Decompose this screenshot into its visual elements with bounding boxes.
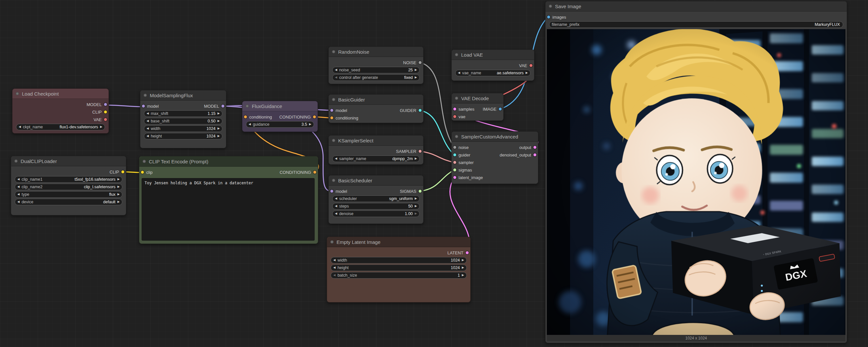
SIGMAS-output-port[interactable]: [418, 190, 422, 193]
collapse-dot-icon[interactable]: [455, 53, 458, 56]
widget-height[interactable]: ◀height1024▶: [331, 264, 467, 271]
model-input-port[interactable]: [330, 109, 333, 112]
GUIDER-output-port[interactable]: [418, 109, 422, 112]
collapse-dot-icon[interactable]: [455, 135, 458, 138]
widget-width[interactable]: ◀width1024▶: [144, 125, 222, 132]
node-sampler-custom-advanced[interactable]: SamplerCustomAdvancednoiseoutputguiderde…: [451, 131, 538, 184]
decrement-arrow-icon[interactable]: ◀: [17, 200, 20, 203]
node-title-bar[interactable]: Empty Latent Image: [327, 237, 470, 247]
increment-arrow-icon[interactable]: ▶: [462, 259, 464, 262]
model-input-port[interactable]: [330, 190, 333, 193]
output-output-port[interactable]: [533, 146, 536, 149]
samples-input-port[interactable]: [453, 107, 456, 110]
IMAGE-output-port[interactable]: [499, 107, 502, 110]
guider-input-port[interactable]: [453, 153, 456, 156]
decrement-arrow-icon[interactable]: ◀: [249, 123, 251, 126]
widget-device[interactable]: ◀devicedefault▶: [15, 199, 122, 205]
widget-steps[interactable]: ◀steps50▶: [332, 203, 420, 209]
node-basic-guider[interactable]: BasicGuidermodelGUIDERconditioning: [328, 94, 424, 123]
decrement-arrow-icon[interactable]: ◀: [458, 71, 460, 74]
collapse-dot-icon[interactable]: [330, 240, 334, 243]
link-noise[interactable]: [420, 62, 454, 147]
node-title-bar[interactable]: Save Image: [546, 1, 847, 11]
sampler-input-port[interactable]: [453, 161, 456, 164]
increment-arrow-icon[interactable]: ▶: [415, 205, 417, 207]
decrement-arrow-icon[interactable]: ◀: [147, 112, 149, 115]
collapse-dot-icon[interactable]: [144, 94, 147, 97]
NOISE-output-port[interactable]: [418, 61, 422, 64]
noise-input-port[interactable]: [453, 146, 456, 149]
decrement-arrow-icon[interactable]: ◀: [335, 212, 337, 215]
widget-clip_name2[interactable]: ◀clip_name2clip_l.safetensors▶: [15, 184, 122, 190]
decrement-arrow-icon[interactable]: ◀: [17, 178, 20, 181]
widget-clip_name1[interactable]: ◀clip_name1t5xxl_fp16.safetensors▶: [15, 176, 122, 183]
increment-arrow-icon[interactable]: ▶: [217, 127, 220, 130]
decrement-arrow-icon[interactable]: ◀: [17, 193, 20, 196]
node-ksampler-select[interactable]: KSamplerSelectSAMPLER◀sampler_namedpmpp_…: [328, 135, 424, 165]
node-title-bar[interactable]: Load Checkpoint: [12, 89, 108, 99]
node-load-checkpoint[interactable]: Load CheckpointMODELCLIPVAE◀ckpt_nameflu…: [12, 88, 109, 134]
node-dual-clip-loader[interactable]: DualCLIPLoaderCLIP◀clip_name1t5xxl_fp16.…: [11, 156, 126, 215]
node-title-bar[interactable]: KSamplerSelect: [329, 136, 423, 146]
node-model-sampling-flux[interactable]: ModelSamplingFluxmodelMODEL◀max_shift1.1…: [140, 90, 226, 148]
collapse-dot-icon[interactable]: [14, 160, 18, 163]
decrement-arrow-icon[interactable]: ◀: [335, 76, 337, 79]
increment-arrow-icon[interactable]: ▶: [462, 274, 464, 277]
increment-arrow-icon[interactable]: ▶: [415, 212, 417, 215]
widget-height[interactable]: ◀height1024▶: [144, 133, 222, 140]
clip-input-port[interactable]: [141, 171, 144, 173]
increment-arrow-icon[interactable]: ▶: [117, 193, 120, 196]
decrement-arrow-icon[interactable]: ◀: [147, 119, 149, 122]
VAE-output-port[interactable]: [529, 64, 532, 67]
collapse-dot-icon[interactable]: [332, 50, 335, 53]
widget-noise_seed[interactable]: ◀noise_seed25▶: [332, 67, 420, 73]
SAMPLER-output-port[interactable]: [418, 150, 422, 152]
node-vae-decode[interactable]: VAE DecodesamplesIMAGEvae: [451, 93, 504, 121]
node-title-bar[interactable]: FluxGuidance: [242, 101, 317, 111]
increment-arrow-icon[interactable]: ▶: [415, 197, 417, 200]
VAE-output-port[interactable]: [104, 118, 107, 121]
MODEL-output-port[interactable]: [221, 105, 224, 107]
widget-filename_prefix[interactable]: filename_prefixMarkuryFLUX: [549, 21, 843, 28]
widget-scheduler[interactable]: ◀schedulersgm_uniform▶: [332, 196, 420, 202]
collapse-dot-icon[interactable]: [143, 160, 146, 163]
collapse-dot-icon[interactable]: [549, 5, 552, 8]
latent_image-input-port[interactable]: [453, 176, 456, 179]
increment-arrow-icon[interactable]: ▶: [415, 76, 417, 79]
vae-input-port[interactable]: [453, 115, 456, 118]
node-title-bar[interactable]: BasicScheduler: [329, 175, 423, 185]
MODEL-output-port[interactable]: [104, 103, 107, 106]
increment-arrow-icon[interactable]: ▶: [415, 157, 417, 160]
collapse-dot-icon[interactable]: [16, 92, 19, 95]
conditioning-input-port[interactable]: [330, 116, 333, 119]
conditioning-input-port[interactable]: [244, 115, 247, 118]
CONDITIONING-output-port[interactable]: [313, 115, 316, 118]
collapse-dot-icon[interactable]: [332, 179, 335, 182]
decrement-arrow-icon[interactable]: ◀: [333, 274, 336, 277]
decrement-arrow-icon[interactable]: ◀: [335, 197, 337, 200]
decrement-arrow-icon[interactable]: ◀: [335, 68, 337, 71]
widget-type[interactable]: ◀typeflux▶: [15, 191, 122, 198]
increment-arrow-icon[interactable]: ▶: [217, 135, 220, 138]
widget-width[interactable]: ◀width1024▶: [331, 257, 467, 263]
widget-batch_size[interactable]: ◀batch_size1▶: [331, 272, 467, 279]
widget-vae_name[interactable]: ◀vae_nameae.safetensors▶: [455, 70, 530, 76]
widget-control-after-generate[interactable]: ◀control after generatefixed▶: [332, 74, 420, 81]
increment-arrow-icon[interactable]: ▶: [117, 185, 120, 188]
node-empty-latent-image[interactable]: Empty Latent ImageLATENT◀width1024▶◀heig…: [327, 237, 471, 302]
model-input-port[interactable]: [142, 105, 145, 107]
node-basic-scheduler[interactable]: BasicSchedulermodelSIGMAS◀schedulersgm_u…: [328, 175, 424, 224]
increment-arrow-icon[interactable]: ▶: [217, 119, 220, 122]
widget-guidance[interactable]: ◀guidance3.5▶: [246, 121, 314, 128]
widget-ckpt_name[interactable]: ◀ckpt_nameflux1-dev.safetensors▶: [16, 124, 105, 130]
node-title-bar[interactable]: ModelSamplingFlux: [140, 90, 226, 100]
node-clip-text-encode[interactable]: CLIP Text Encode (Prompt)clipCONDITIONIN…: [139, 156, 318, 244]
node-load-vae[interactable]: Load VAEVAE◀vae_nameae.safetensors▶: [451, 50, 534, 81]
node-title-bar[interactable]: Load VAE: [452, 50, 534, 60]
collapse-dot-icon[interactable]: [455, 96, 458, 100]
collapse-dot-icon[interactable]: [332, 98, 335, 101]
collapse-dot-icon[interactable]: [246, 105, 249, 108]
node-title-bar[interactable]: SamplerCustomAdvanced: [452, 132, 538, 142]
widget-denoise[interactable]: ◀denoise1.00▶: [332, 210, 420, 217]
decrement-arrow-icon[interactable]: ◀: [333, 259, 336, 262]
